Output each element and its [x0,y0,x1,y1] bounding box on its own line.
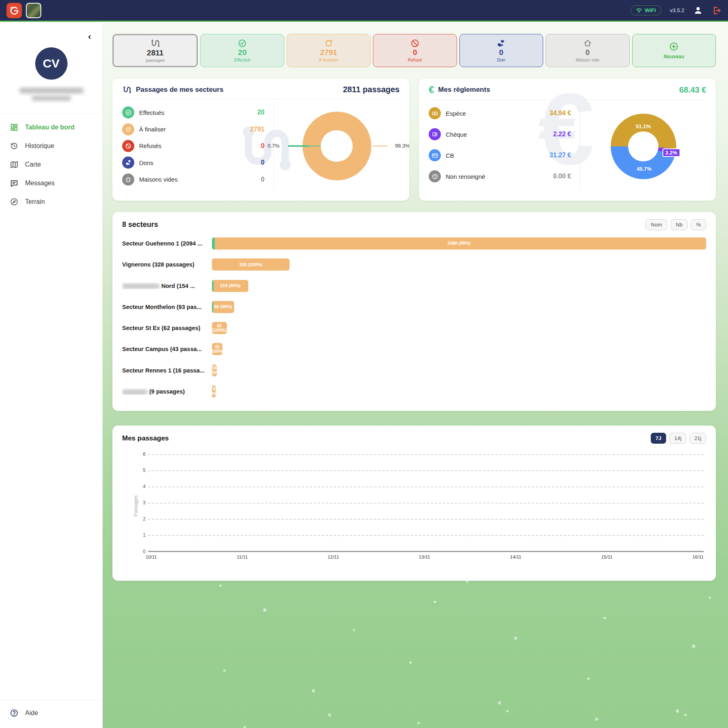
sector-bar: 153 (99%) [212,280,248,292]
stat-card-refuse[interactable]: 0 Refusé [373,34,457,67]
list-label: Maisons vides [139,176,256,183]
card-title: Mes règlements [438,86,675,94]
sidebar-item-label: Messages [25,180,55,187]
list-item-refuses: Refusés 0 [122,140,265,152]
sidebar-collapse-button[interactable]: ‹ [86,32,93,42]
sector-bar: 9 (100%) [212,385,216,398]
sidebar-item-terrain[interactable]: Terrain [0,193,102,211]
stat-value: 20 [238,49,247,57]
stat-value: 0 [586,49,590,57]
user-account-icon[interactable] [693,6,703,15]
y-tick: 5 [138,468,146,473]
sector-bar: 90 (96%) [212,301,234,313]
sector-label: Secteur Campus (43 passa... [122,346,208,352]
stat-value: 0 [499,49,504,57]
help-icon [10,709,19,717]
sector-row-rennes[interactable]: Secteur Rennes 1 (16 passa... 16 (100%) [122,364,706,377]
stat-card-passages[interactable]: 2811 passages [112,34,198,67]
sector-label: (9 passages) [122,388,208,395]
sidebar-item-carte[interactable]: Carte [0,155,102,174]
x-tick: 15/11 [601,554,613,559]
banknote-icon [429,107,441,119]
sector-row-st-ex[interactable]: Secteur St Ex (62 passages) 62 (100%) [122,321,706,335]
sidebar-item-tableau-de-bord[interactable]: Tableau de bord [0,118,102,137]
list-label: CB [446,152,545,159]
map-icon [10,160,19,169]
sector-bar: 62 (100%) [212,322,227,334]
sidebar-item-aide[interactable]: Aide [0,704,102,722]
secteurs-bar-chart: Secteur Guehenno 1 (2094 ... 2080 (99%) … [122,237,706,398]
snow-decoration [103,23,104,24]
sidebar-divider [0,700,102,700]
list-label: Espèce [446,110,545,117]
passages-secteurs-card: Passages de mes secteurs 2811 passages E… [112,78,409,201]
wifi-label: WIFI [645,7,656,13]
sort-by-name-button[interactable]: Nom [645,219,667,230]
sidebar-item-historique[interactable]: Historique [0,137,102,155]
sector-row-redacted[interactable]: (9 passages) 9 (100%) [122,385,706,398]
secteurs-card: 8 secteurs Nom Nb % Secteur Guehenno 1 (… [112,212,716,411]
messages-icon [10,179,19,188]
sidebar-item-messages[interactable]: Messages [0,174,102,193]
range-7j-button[interactable]: 7J [651,433,666,444]
route-icon [122,85,132,94]
home-icon [583,39,592,48]
list-value: 2791 [250,126,265,133]
x-tick: 10/11 [146,554,157,559]
passages-line-chart: Passages 6 5 4 3 2 1 0 [148,454,704,552]
user-name-redacted [0,85,102,103]
stat-label: Maison vide [576,57,599,62]
logout-icon[interactable] [712,6,722,15]
stat-value: 2811 [147,49,163,57]
stat-card-effectue[interactable]: 20 Effectué [200,34,284,67]
y-tick: 3 [138,500,146,506]
brand-area [6,3,41,18]
sector-bar-label: 43 (100%) [212,343,222,355]
sort-by-percent-button[interactable]: % [691,219,706,230]
sector-row-vignerons[interactable]: Vignerons (328 passages) 328 (100%) [122,258,706,271]
check-circle-icon [238,39,247,48]
campaign-photo-thumbnail[interactable] [26,3,41,18]
wifi-status-badge: WIFI [631,5,661,15]
route-icon [150,38,161,48]
app-logo-icon[interactable] [6,3,22,18]
credit-card-icon [429,149,441,161]
stat-label: Don [497,57,505,62]
question-circle-icon [429,170,441,182]
block-icon [122,140,134,152]
sector-row-monthelon[interactable]: Secteur Monthelon (93 pas... 90 (96%) [122,300,706,314]
sector-bar-label: 62 (100%) [212,322,227,334]
sector-bar-label: 90 (96%) [212,301,234,313]
range-14j-button[interactable]: 14j [669,433,686,444]
list-item-cb: CB 31.27 € [429,149,571,161]
list-item-dons: Dons 0 [122,157,265,169]
sector-label: Secteur Monthelon (93 pas... [122,304,208,310]
stat-card-a-finaliser[interactable]: 2791 À finaliser [287,34,370,67]
sort-by-count-button[interactable]: Nb [671,219,688,230]
donut-label-a-finaliser: 99.3% [395,143,409,149]
cheque-wallet-icon [429,128,441,140]
list-item-espece: Espèce 34.94 € [429,107,571,119]
sidebar: ‹ CV Tableau de bord Historique Carte [0,23,103,728]
sector-bar-label: 9 (100%) [212,385,216,398]
euro-icon: € [429,85,434,95]
range-21j-button[interactable]: 21j [690,433,706,444]
sector-row-campus[interactable]: Secteur Campus (43 passa... 43 (100%) [122,342,706,356]
stat-card-don[interactable]: 0 Don [459,34,543,67]
x-axis-baseline [148,551,704,552]
sidebar-item-label: Terrain [25,198,45,205]
sector-bar-label: 328 (100%) [212,258,290,271]
donation-hand-heart-icon [496,39,506,48]
sector-row-guehenno[interactable]: Secteur Guehenno 1 (2094 ... 2080 (99%) [122,237,706,250]
check-circle-icon [122,106,134,119]
stat-card-nouveau[interactable]: Nouveau [632,34,716,67]
sector-label: Secteur Guehenno 1 (2094 ... [122,240,208,247]
list-value: 0.00 € [553,173,571,180]
user-avatar[interactable]: CV [35,47,68,80]
sector-row-nord[interactable]: Nord (154 ... 153 (99%) [122,279,706,293]
stat-card-maison-vide[interactable]: 0 Maison vide [546,34,629,67]
y-tick: 6 [138,451,146,457]
sector-label: Secteur St Ex (62 passages) [122,325,208,331]
redacted-text [122,389,147,395]
y-axis-title: Passages [133,495,139,517]
